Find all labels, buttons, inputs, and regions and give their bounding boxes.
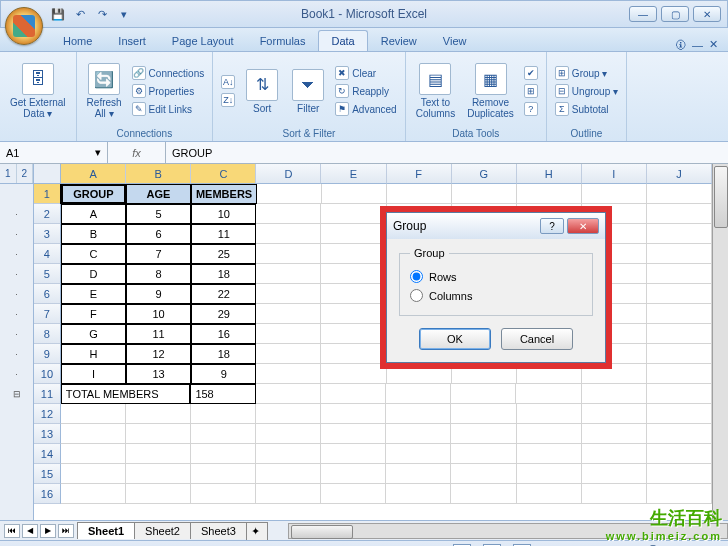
cell[interactable]: 12 xyxy=(126,344,191,364)
col-header-A[interactable]: A xyxy=(61,164,126,184)
tab-view[interactable]: View xyxy=(430,30,480,51)
cell[interactable] xyxy=(61,444,126,464)
outline-mark[interactable]: · xyxy=(0,224,33,244)
cell[interactable]: 13 xyxy=(126,364,191,384)
sheet-tab-2[interactable]: Sheet2 xyxy=(134,522,191,539)
tab-insert[interactable]: Insert xyxy=(105,30,159,51)
cell[interactable]: 11 xyxy=(191,224,256,244)
name-box[interactable]: A1▾ xyxy=(0,142,108,163)
col-header-J[interactable]: J xyxy=(647,164,712,184)
maximize-button[interactable]: ▢ xyxy=(661,6,689,22)
col-header-H[interactable]: H xyxy=(517,164,582,184)
cell[interactable] xyxy=(321,384,386,404)
cell[interactable]: C xyxy=(61,244,126,264)
cell[interactable] xyxy=(451,424,516,444)
cell[interactable]: 5 xyxy=(126,204,191,224)
cell[interactable]: F xyxy=(61,304,126,324)
outline-level-1[interactable]: 1 xyxy=(0,164,17,183)
dialog-ok-button[interactable]: OK xyxy=(419,328,491,350)
cell[interactable] xyxy=(452,184,517,204)
group-button[interactable]: ⊞Group ▾ xyxy=(553,65,620,81)
cell[interactable]: 22 xyxy=(191,284,256,304)
cell[interactable]: 11 xyxy=(126,324,191,344)
cell[interactable] xyxy=(191,444,256,464)
cell[interactable] xyxy=(256,244,321,264)
cell[interactable] xyxy=(451,384,516,404)
last-sheet-icon[interactable]: ⏭ xyxy=(58,524,74,538)
radio-columns[interactable]: Columns xyxy=(410,286,582,305)
cell[interactable] xyxy=(386,404,451,424)
cell[interactable] xyxy=(582,184,647,204)
cell[interactable]: AGE xyxy=(126,184,191,204)
cell[interactable] xyxy=(582,404,647,424)
cell[interactable] xyxy=(582,424,647,444)
qat-dropdown-icon[interactable]: ▾ xyxy=(115,5,133,23)
cell[interactable] xyxy=(321,304,386,324)
cell[interactable] xyxy=(517,424,582,444)
outline-mark[interactable] xyxy=(0,424,33,444)
cell[interactable] xyxy=(647,424,712,444)
cell[interactable] xyxy=(321,204,386,224)
cell[interactable] xyxy=(126,444,191,464)
cell[interactable] xyxy=(61,464,126,484)
office-button[interactable] xyxy=(5,7,43,45)
row-header[interactable]: 1 xyxy=(34,184,61,204)
formula-input[interactable]: GROUP xyxy=(166,142,728,163)
outline-mark[interactable] xyxy=(0,404,33,424)
prev-sheet-icon[interactable]: ◀ xyxy=(22,524,38,538)
ungroup-button[interactable]: ⊟Ungroup ▾ xyxy=(553,83,620,99)
cell[interactable] xyxy=(647,184,712,204)
cell[interactable] xyxy=(647,464,712,484)
properties-button[interactable]: ⚙Properties xyxy=(130,83,207,99)
cell[interactable] xyxy=(321,224,386,244)
cell[interactable] xyxy=(386,464,451,484)
col-header-F[interactable]: F xyxy=(387,164,452,184)
outline-mark[interactable]: · xyxy=(0,244,33,264)
cell[interactable] xyxy=(256,204,321,224)
cell[interactable]: 25 xyxy=(191,244,256,264)
ribbon-min-icon[interactable]: — xyxy=(692,39,703,51)
filter-button[interactable]: ⏷Filter xyxy=(287,67,329,116)
cell[interactable]: 7 xyxy=(126,244,191,264)
cell[interactable] xyxy=(386,384,451,404)
cell[interactable] xyxy=(191,464,256,484)
cell[interactable]: 10 xyxy=(191,204,256,224)
cell[interactable] xyxy=(647,404,712,424)
cell[interactable] xyxy=(322,184,387,204)
refresh-all-button[interactable]: 🔄Refresh All ▾ xyxy=(83,61,126,121)
cell[interactable] xyxy=(517,484,582,504)
ribbon-close-icon[interactable]: ✕ xyxy=(709,38,718,51)
cell[interactable]: G xyxy=(61,324,126,344)
first-sheet-icon[interactable]: ⏮ xyxy=(4,524,20,538)
cell[interactable] xyxy=(256,484,321,504)
cell[interactable]: 8 xyxy=(126,264,191,284)
cell[interactable] xyxy=(386,424,451,444)
cell[interactable] xyxy=(647,344,712,364)
cell[interactable] xyxy=(647,304,712,324)
outline-mark[interactable]: ⊟ xyxy=(0,384,33,404)
row-header[interactable]: 15 xyxy=(34,464,61,484)
advanced-button[interactable]: ⚑Advanced xyxy=(333,101,398,117)
cell[interactable]: 29 xyxy=(191,304,256,324)
cell[interactable] xyxy=(256,364,321,384)
cell[interactable] xyxy=(256,464,321,484)
cell[interactable] xyxy=(451,404,516,424)
cell[interactable] xyxy=(647,264,712,284)
cell[interactable] xyxy=(321,404,386,424)
cell[interactable] xyxy=(647,484,712,504)
vertical-scrollbar[interactable] xyxy=(712,164,728,520)
help-icon[interactable]: 🛈 xyxy=(675,39,686,51)
data-validation-icon[interactable]: ✔ xyxy=(522,65,540,81)
cell[interactable] xyxy=(321,244,386,264)
col-header-I[interactable]: I xyxy=(582,164,647,184)
outline-mark[interactable]: · xyxy=(0,344,33,364)
cell[interactable]: 9 xyxy=(191,364,256,384)
cell[interactable] xyxy=(516,384,581,404)
cell[interactable] xyxy=(451,484,516,504)
tab-home[interactable]: Home xyxy=(50,30,105,51)
cell[interactable] xyxy=(451,444,516,464)
cell[interactable] xyxy=(321,464,386,484)
cell[interactable] xyxy=(257,184,322,204)
cell[interactable]: D xyxy=(61,264,126,284)
outline-mark[interactable]: · xyxy=(0,324,33,344)
